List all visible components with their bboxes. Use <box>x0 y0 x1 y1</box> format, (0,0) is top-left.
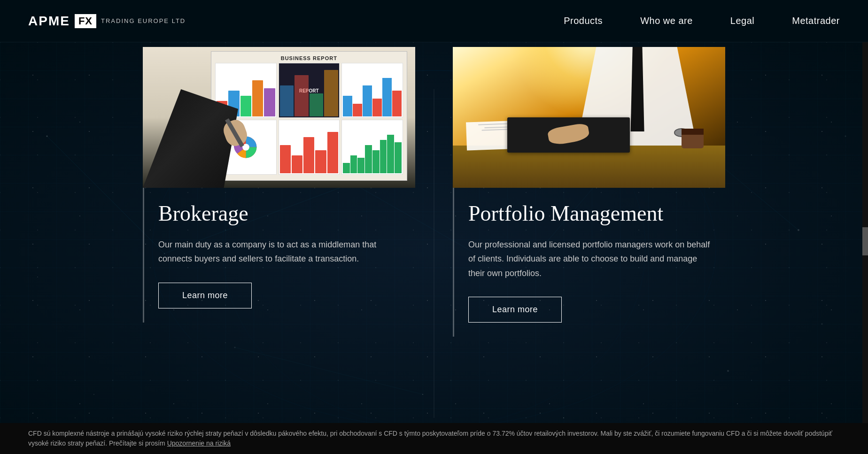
nav-item-legal[interactable]: Legal <box>730 15 754 26</box>
bar <box>327 132 338 173</box>
svg-point-20 <box>563 417 564 418</box>
logo-fx-text: FX <box>75 14 96 28</box>
coffee-cup <box>682 129 703 148</box>
mini-chart-6 <box>341 120 403 175</box>
brokerage-learn-more-button[interactable]: Learn more <box>158 283 252 308</box>
portfolio-description: Our professional and licensed portfolio … <box>468 238 716 281</box>
mini-chart-5 <box>279 120 340 175</box>
mini-chart-2: REPORT <box>279 63 340 118</box>
brokerage-scene: BUSINESS REPORT <box>143 47 415 188</box>
bar <box>382 78 392 117</box>
bar <box>252 80 263 116</box>
brokerage-title: Brokerage <box>158 202 406 226</box>
svg-point-18 <box>93 394 94 395</box>
disclaimer-link[interactable]: Upozornenie na riziká <box>167 439 231 447</box>
brokerage-card: BUSINESS REPORT <box>143 47 415 323</box>
bar <box>303 137 314 173</box>
bar <box>280 145 291 174</box>
report-board: BUSINESS REPORT <box>211 51 407 181</box>
main-content: BUSINESS REPORT <box>0 42 868 454</box>
svg-line-14 <box>235 347 423 394</box>
portfolio-card: Portfolio Management Our professional an… <box>453 47 725 337</box>
portfolio-card-content: Portfolio Management Our professional an… <box>453 188 725 337</box>
bar <box>392 91 402 116</box>
disclaimer-text: CFD sú komplexné nástroje a prinášajú vy… <box>28 430 832 447</box>
bar <box>343 96 352 116</box>
portfolio-title: Portfolio Management <box>468 202 716 226</box>
nav-item-metatrader[interactable]: Metatrader <box>792 15 840 26</box>
bar <box>240 96 251 116</box>
svg-point-7 <box>422 394 423 395</box>
bar <box>372 99 382 117</box>
bar <box>324 70 338 116</box>
portfolio-scene <box>453 47 725 188</box>
main-nav: Products Who we are Legal Metatrader <box>564 15 840 26</box>
bar <box>292 155 302 174</box>
bar <box>280 85 294 116</box>
nav-item-products[interactable]: Products <box>564 15 603 26</box>
cards-container: BUSINESS REPORT <box>0 42 868 337</box>
disclaimer-bar: CFD sú komplexné nástroje a prinášajú vy… <box>0 423 868 454</box>
svg-point-6 <box>234 347 236 348</box>
logo-area: APME FX TRADING EUROPE LTD <box>28 14 186 29</box>
bar <box>350 155 357 174</box>
svg-point-8 <box>727 370 729 372</box>
bar <box>380 140 387 174</box>
portfolio-image <box>453 47 725 188</box>
brokerage-description: Our main duty as a company is to act as … <box>158 238 406 266</box>
bar <box>315 150 326 174</box>
bar <box>363 85 372 116</box>
bar <box>387 135 394 174</box>
bar <box>264 88 275 117</box>
bar <box>372 150 380 174</box>
bar <box>357 158 364 173</box>
bar <box>353 104 362 117</box>
bar <box>365 145 372 174</box>
bar <box>395 142 402 173</box>
charts-grid: REPORT <box>215 63 403 175</box>
coffee-liquid <box>682 129 703 135</box>
portfolio-learn-more-button[interactable]: Learn more <box>468 297 562 323</box>
mini-chart-3 <box>341 63 403 118</box>
report-title: BUSINESS REPORT <box>215 55 403 61</box>
bar <box>343 163 350 173</box>
header: APME FX TRADING EUROPE LTD Products Who … <box>0 0 868 42</box>
logo-apme-text: APME <box>28 14 70 29</box>
nav-item-who-we-are[interactable]: Who we are <box>640 15 693 26</box>
bar <box>310 93 324 117</box>
bar <box>294 75 309 116</box>
logo-subtitle-text: TRADING EUROPE LTD <box>101 17 186 24</box>
brokerage-card-content: Brokerage Our main duty as a company is … <box>143 188 415 323</box>
brokerage-image: BUSINESS REPORT <box>143 47 415 188</box>
